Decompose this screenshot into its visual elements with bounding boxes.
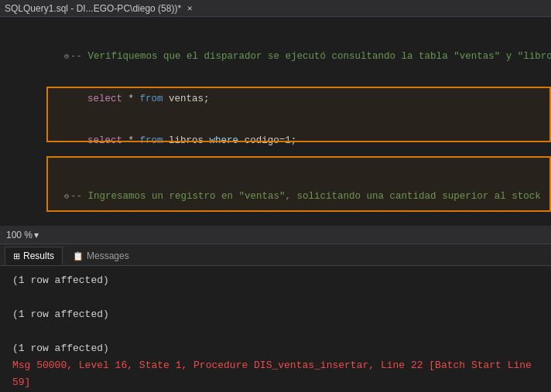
zoom-dropdown[interactable]: ▾ [34,230,39,240]
results-icon: ⊞ [13,251,20,261]
line-numbers [0,17,23,226]
window-title: SQLQuery1.sql - DI...EGO-PC\diego (58))* [5,3,181,14]
code-line: ⊖-- Ingresamos un registro en "ventas", … [29,176,551,218]
results-panel: ⊞ Results 📋 Messages (1 row affected) (1… [0,244,551,392]
title-bar: SQLQuery1.sql - DI...EGO-PC\diego (58))*… [0,0,551,17]
tab-results-label: Results [23,251,54,261]
editor-area: ⊖-- Verifiquemos que el disparador se ej… [0,17,551,226]
result-row: (1 row affected) [12,340,539,357]
keyword: from [140,135,163,146]
zoom-bar: 100 % ▾ [0,226,551,244]
result-row: (1 row affected) [12,272,539,289]
code-line: select * from ventas; [29,78,551,120]
results-tabs: ⊞ Results 📋 Messages [0,244,551,266]
keyword: from [140,94,163,104]
messages-icon: 📋 [73,251,84,261]
keyword: select [87,94,122,104]
code-line: -- (El disparador se ejecuta y muestra u… [29,218,551,226]
column-name: codigo [245,135,279,146]
code-line: select * from libros where codigo=1; [29,120,551,162]
tab-messages[interactable]: 📋 Messages [64,247,138,265]
error-message-1: Msg 50000, Level 16, State 1, Procedure … [12,357,539,391]
tab-messages-label: Messages [87,251,129,261]
code-content[interactable]: ⊖-- Verifiquemos que el disparador se ej… [23,17,551,226]
tab-results[interactable]: ⊞ Results [5,247,63,265]
result-row: (1 row affected) [12,306,539,323]
where-keyword: where [210,135,239,146]
results-content: (1 row affected) (1 row affected) (1 row… [0,266,551,392]
code-line: ⊖-- Verifiquemos que el disparador se ej… [29,36,551,78]
fold-icon: ⊖ [64,53,69,61]
code-line [29,162,551,176]
code-line [29,22,551,36]
table-name: libros [169,135,204,146]
comment-text: -- Verifiquemos que el disparador se eje… [70,51,551,62]
fold-icon: ⊖ [64,193,69,201]
number: 1 [285,135,291,146]
zoom-level: 100 % [6,230,33,240]
table-name: ventas [169,94,204,104]
comment-text: -- Ingresamos un registro en "ventas", s… [70,191,541,202]
keyword: select [87,135,122,146]
close-button[interactable]: ✕ [187,3,193,13]
